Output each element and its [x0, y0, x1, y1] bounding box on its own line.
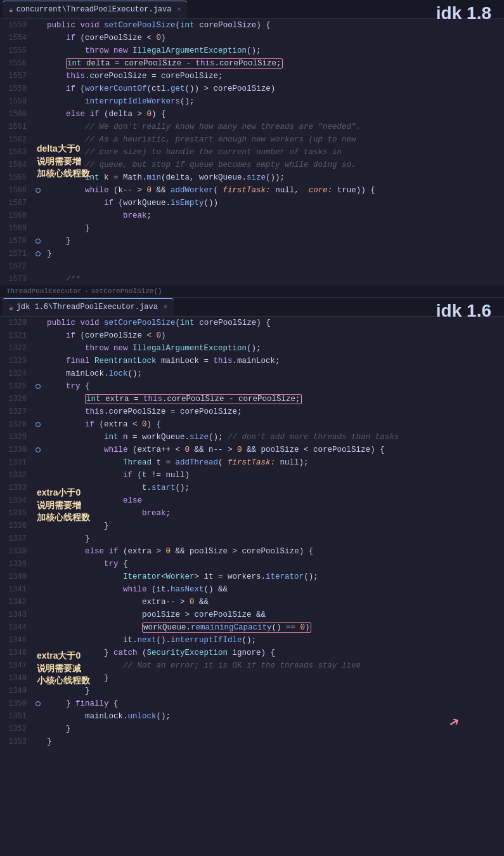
- line-1555: 1555 throw new IllegalArgumentException(…: [0, 44, 504, 57]
- line-1333: 1333 t.start();: [0, 482, 504, 494]
- line-1327: 1327 this.corePoolSize = corePoolSize;: [0, 405, 504, 418]
- line-1572: 1572: [0, 260, 504, 273]
- line-1568: 1568 break;: [0, 209, 504, 222]
- line-1339: 1339 try {: [0, 558, 504, 570]
- line-1571: 1571 }: [0, 247, 504, 260]
- line-1345: 1345 it.next().interruptIfIdle();: [0, 634, 504, 647]
- line-1560: 1560 else if (delta > 0) {: [0, 108, 504, 121]
- tab-jdk18[interactable]: ☕ concurrent\ThreadPoolExecutor.java ×: [3, 1, 187, 18]
- tab-close-btn[interactable]: ×: [177, 6, 181, 13]
- line-1332: 1332 if (t != null): [0, 469, 504, 482]
- tab-label: concurrent\ThreadPoolExecutor.java: [16, 5, 172, 14]
- code-panel-jdk18: delta大于0说明需要增加核心线程数 1553 public void set…: [0, 19, 504, 286]
- line-1556: 1556 int delta = corePoolSize - this.cor…: [0, 57, 504, 70]
- line-1323: 1323 final ReentrantLock mainLock = this…: [0, 355, 504, 367]
- line-1573: 1573 /**: [0, 273, 504, 286]
- line-1553: 1553 public void setCorePoolSize(int cor…: [0, 19, 504, 32]
- line-1334: 1334 else: [0, 494, 504, 507]
- line-1342: 1342 extra-- > 0 &&: [0, 596, 504, 609]
- line-1562: 1562 // As a heuristic, prestart enough …: [0, 133, 504, 146]
- line-1321: 1321 if (corePoolSize < 0): [0, 329, 504, 342]
- line-1326: 1326 int extra = this.corePoolSize - cor…: [0, 393, 504, 405]
- line-1352: 1352 }: [0, 723, 504, 735]
- line-1337: 1337 }: [0, 532, 504, 545]
- line-1331: 1331 Thread t = addThread( firstTask: nu…: [0, 456, 504, 469]
- line-1565: 1565 int k = Math.min(delta, workQueue.s…: [0, 171, 504, 184]
- line-1324: 1324 mainLock.lock();: [0, 367, 504, 380]
- line-1322: 1322 throw new IllegalArgumentException(…: [0, 342, 504, 355]
- tab-bar-top: ☕ concurrent\ThreadPoolExecutor.java × j…: [0, 0, 504, 19]
- code-panel-jdk16: extra小于0说明需要增加核心线程数 extra大于0说明需要减小核心线程数 …: [0, 317, 504, 748]
- line-1554: 1554 if (corePoolSize < 0): [0, 32, 504, 44]
- line-1350: 1350 } finally {: [0, 697, 504, 710]
- breadcrumb-bar-top: ThreadPoolExecutor › setCorePoolSize(): [0, 286, 504, 298]
- line-1567: 1567 if (workQueue.isEmpty()): [0, 197, 504, 209]
- line-1330: 1330 while (extra++ < 0 && n-- > 0 && po…: [0, 444, 504, 456]
- line-1558: 1558 if (workerCountOf(ctl.get()) > core…: [0, 82, 504, 95]
- line-1328: 1328 if (extra < 0) {: [0, 418, 504, 431]
- line-1346: 1346 } catch (SecurityException ignore) …: [0, 647, 504, 659]
- line-1325: 1325 try {: [0, 380, 504, 393]
- line-1557: 1557 this.corePoolSize = corePoolSize;: [0, 70, 504, 82]
- line-1343: 1343 poolSize > corePoolSize &&: [0, 609, 504, 621]
- line-1336: 1336 }: [0, 520, 504, 532]
- line-1335: 1335 break;: [0, 507, 504, 520]
- editor-panel-top: ☕ concurrent\ThreadPoolExecutor.java × j…: [0, 0, 504, 748]
- line-1329: 1329 int n = workQueue.size(); // don't …: [0, 431, 504, 444]
- tab-label-2: jdk 1.6\ThreadPoolExecutor.java: [16, 303, 158, 312]
- line-1563: 1563 // core size) to handle the current…: [0, 146, 504, 159]
- line-1340: 1340 Iterator<Worker> it = workers.itera…: [0, 570, 504, 583]
- line-1347: 1347 // Not an error; it is OK if the th…: [0, 659, 504, 672]
- line-1351: 1351 mainLock.unlock();: [0, 710, 504, 723]
- line-1564: 1564 // queue, but stop if queue becomes…: [0, 159, 504, 171]
- line-1341: 1341 while (it.hasNext() &&: [0, 583, 504, 596]
- tab-close-btn-2[interactable]: ×: [164, 304, 167, 311]
- tab-jdk16[interactable]: ☕ jdk 1.6\ThreadPoolExecutor.java ×: [3, 298, 174, 316]
- line-1349: 1349 }: [0, 685, 504, 697]
- line-1569: 1569 }: [0, 222, 504, 235]
- line-1570: 1570 }: [0, 235, 504, 247]
- file-icon-2: ☕: [9, 303, 13, 312]
- file-icon: ☕: [9, 6, 13, 14]
- line-1320: 1320 public void setCorePoolSize(int cor…: [0, 317, 504, 329]
- line-1353: 1353 }: [0, 735, 504, 748]
- breadcrumb-class: ThreadPoolExecutor: [6, 287, 82, 295]
- line-1566: 1566 while (k-- > 0 && addWorker( firstT…: [0, 184, 504, 197]
- breadcrumb-method: setCorePoolSize(): [91, 287, 162, 295]
- line-1348: 1348 }: [0, 672, 504, 685]
- tab-bar-bottom: ☕ jdk 1.6\ThreadPoolExecutor.java × jdk …: [0, 298, 504, 317]
- line-1344: 1344 workQueue.remainingCapacity() == 0): [0, 621, 504, 634]
- line-1561: 1561 // We don't really know how many ne…: [0, 121, 504, 133]
- line-1338: 1338 else if (extra > 0 && poolSize > co…: [0, 545, 504, 558]
- line-1559: 1559 interruptIdleWorkers();: [0, 95, 504, 108]
